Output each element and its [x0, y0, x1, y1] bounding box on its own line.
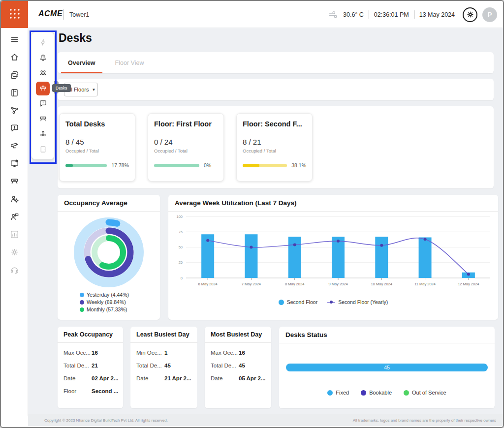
legend-item-out-of-service: Out of Service — [404, 390, 446, 396]
svg-text:8 May 2024: 8 May 2024 — [285, 282, 304, 286]
legend-label: Yesterday (4.44%) — [87, 291, 129, 299]
sidebar-item-meeting-rooms[interactable] — [36, 112, 50, 126]
sidebar-item-cctv[interactable] — [6, 137, 23, 154]
stat-card-title: Total Desks — [65, 120, 129, 128]
tab-floor-view[interactable]: Floor View — [111, 52, 148, 73]
header-divider — [369, 10, 369, 19]
sidebar-item-rooms[interactable] — [6, 173, 23, 189]
sidebar-item-exit — [36, 143, 50, 156]
occupancy-average-title: Occupancy Average — [58, 195, 160, 212]
info-card-title: Most Busiest Day — [205, 327, 271, 343]
info-label: Date — [136, 375, 164, 381]
utilization-chart: 10075502506 May 20247 May 20248 May 2024… — [171, 214, 494, 298]
stat-card-3: Floor: Second F...8 / 21Occupied / Total… — [236, 113, 313, 182]
info-row: FloorSecond ... — [58, 388, 123, 394]
sidebar-item-energy — [36, 36, 50, 50]
stat-card-caption: Occupied / Total — [65, 148, 129, 153]
clock-time: 02:36:01 PM — [374, 11, 409, 18]
sidebar-item-issues[interactable] — [36, 97, 50, 111]
sidebar-item-visitor[interactable] — [6, 208, 23, 225]
module-sidebar — [32, 32, 54, 159]
stat-card-title: Floor: Second F... — [243, 120, 306, 128]
legend-label: Out of Service — [412, 390, 446, 396]
header-divider — [63, 9, 63, 20]
top-header: ACME Tower1 30.6° C 02:36:01 PM 13 May 2… — [1, 1, 503, 28]
sidebar-item-network[interactable] — [6, 102, 23, 119]
info-row: Max Occ...16 — [58, 350, 123, 356]
wind-icon — [328, 10, 338, 20]
settings-gear-button[interactable] — [463, 7, 477, 22]
stat-card-value: 8 / 21 — [243, 138, 306, 146]
svg-text:10 May 2024: 10 May 2024 — [371, 282, 392, 286]
legend-item-yesterday: Yesterday (4.44%) — [80, 291, 144, 299]
progress-fill — [65, 164, 73, 167]
gear-icon — [10, 247, 19, 257]
info-value: 02 Apr 2... — [92, 375, 119, 381]
svg-text:50: 50 — [179, 245, 183, 249]
tab-overview[interactable]: Overview — [64, 52, 99, 73]
stat-card-2: Floor: First Floor0 / 24Occupied / Total… — [148, 113, 224, 182]
info-row: Min Occ...1 — [130, 350, 197, 356]
donut-legend: Yesterday (4.44%)Weekly (69.84%)Monthly … — [80, 291, 144, 313]
desk-board-icon — [10, 177, 19, 186]
chevron-down-icon: ▼ — [92, 88, 95, 92]
week-utilization-card: Average Week Utilization (Last 7 Days) 1… — [168, 195, 498, 320]
sidebar-item-spaces[interactable] — [6, 66, 23, 83]
sidebar-item-air-quality[interactable] — [36, 127, 50, 141]
chat-alert-icon — [39, 99, 47, 108]
legend-label: Weekly (69.84%) — [87, 299, 126, 306]
avatar[interactable]: P — [482, 7, 497, 22]
desks-status-card: Desks Status 45 FixedBookableOut of Serv… — [279, 327, 495, 408]
progress-track — [154, 164, 199, 167]
desks-tooltip: Desks — [52, 84, 71, 92]
desks-status-bar: 45 — [286, 364, 488, 371]
legend-item-monthly: Monthly (57.33%) — [80, 306, 144, 313]
user-gear-icon — [10, 194, 19, 204]
sidebar-item-logbook[interactable] — [6, 84, 23, 101]
info-value: 45 — [164, 363, 171, 368]
monitor-gear-icon — [10, 159, 19, 168]
home-icon — [10, 53, 19, 62]
info-card-most-busiest-day: Most Busiest DayMax Occ...16Total De...4… — [205, 327, 271, 408]
sidebar-item-feedback[interactable] — [6, 120, 23, 136]
sidebar-item-menu[interactable] — [6, 31, 23, 48]
sidebar-item-home[interactable] — [6, 49, 23, 65]
info-card-peak-occupancy: Peak OccupancyMax Occ...16Total De...21D… — [58, 327, 123, 408]
stat-card-percent: 38.1% — [291, 162, 306, 168]
sidebar-item-support — [6, 261, 23, 278]
info-row: Date05 Apr 2... — [205, 375, 271, 381]
stat-card-percent: 0% — [204, 162, 211, 168]
info-label: Total De... — [63, 363, 92, 368]
current-date: 13 May 2024 — [419, 11, 455, 18]
info-label: Floor — [63, 388, 92, 394]
sidebar-item-alerts[interactable] — [36, 51, 50, 65]
sidebar-item-reports — [6, 226, 23, 243]
user-chat-icon — [10, 212, 19, 221]
sidebar-item-user-admin[interactable] — [6, 190, 23, 207]
book-icon — [10, 88, 19, 97]
desks-status-legend: FixedBookableOut of Service — [279, 390, 495, 396]
info-row: Total De...45 — [205, 363, 271, 368]
screens-icon — [10, 70, 19, 80]
svg-text:0: 0 — [181, 276, 183, 280]
sidebar-item-desks[interactable] — [36, 82, 50, 95]
site-selector[interactable]: Tower1 — [69, 11, 89, 18]
info-value: 16 — [92, 350, 98, 356]
copyright-text: Copyright © 2023 Nhance Digital BuildTec… — [44, 418, 168, 423]
info-row: Date02 Apr 2... — [58, 375, 123, 381]
bolt-icon — [39, 38, 47, 47]
svg-text:75: 75 — [179, 230, 183, 234]
donut-chart — [58, 215, 160, 289]
cctv-icon — [10, 141, 19, 151]
stat-card-caption: Occupied / Total — [154, 148, 218, 153]
svg-text:100: 100 — [176, 214, 183, 219]
sidebar-item-occupants[interactable] — [36, 66, 50, 80]
chat-alert-icon — [10, 123, 19, 133]
legend-dot — [404, 390, 409, 396]
app-launcher-button[interactable] — [1, 1, 28, 28]
info-value: 1 — [164, 350, 167, 356]
sidebar-item-devices[interactable] — [6, 155, 23, 172]
temperature-reading: 30.6° C — [343, 11, 364, 18]
footer: Copyright © 2023 Nhance Digital BuildTec… — [28, 414, 503, 426]
info-value: 45 — [239, 363, 245, 368]
